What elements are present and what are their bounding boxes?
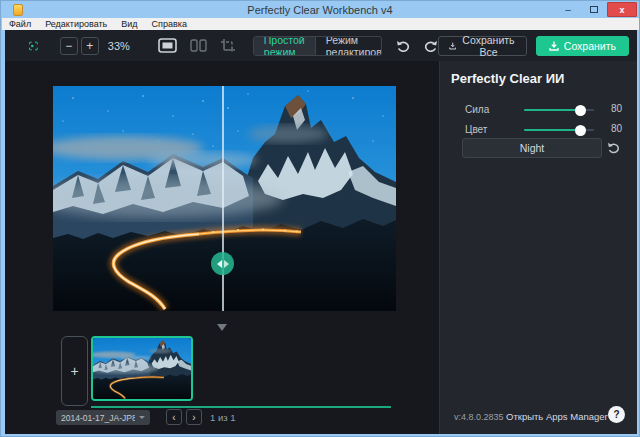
panel-title: Perfectly Clear ИИ [451,71,564,86]
photo-thumbnail[interactable] [91,336,193,401]
reset-icon[interactable] [607,141,621,155]
thumbnail-image [93,338,191,399]
panel-footer: v:4.8.0.2835 Открыть Apps Manager ? [440,402,638,434]
adjustments-panel: Perfectly Clear ИИ Сила 80 Цвет 80 Night [439,61,637,434]
version-label: v:4.8.0.2835 [454,412,504,422]
app-body: − + 33% Простой режим [5,30,637,434]
undo-redo [396,39,438,53]
crop-view-icon[interactable] [220,38,237,53]
split-view-icon[interactable] [190,39,207,52]
download-icon [449,41,456,51]
filmstrip-scroll-indicator [91,406,391,408]
photo-counter: 1 из 1 [210,412,236,423]
mountain-photo [53,86,396,311]
zoom-in-button[interactable]: + [81,37,99,55]
window-title: Perfectly Clear Workbench v4 [1,4,639,16]
toolbar: − + 33% Простой режим [5,30,637,61]
single-view-icon[interactable] [158,38,177,53]
save-label: Сохранить [564,40,616,52]
minimize-button[interactable]: – [555,2,581,17]
strength-slider[interactable] [524,109,594,111]
image-preview [53,86,396,311]
next-photo-button[interactable]: › [186,409,202,425]
before-after-divider[interactable] [222,86,224,311]
slider-fill [524,109,580,111]
maximize-icon [590,6,598,13]
zoom-level: 33% [108,40,130,52]
strength-label: Сила [465,104,489,115]
menu-help[interactable]: Справка [145,18,194,30]
chevron-down-icon [139,416,145,419]
slider-fill [524,129,580,131]
filename-dropdown[interactable]: 2014-01-17_JA-JP897… [56,410,150,425]
color-slider[interactable] [524,129,594,131]
main-area: + 2014-01-17_JA-JP897… ‹ › 1 из 1 [5,61,439,434]
color-slider-row: Цвет 80 [440,123,638,137]
menu-edit[interactable]: Редактировать [38,18,114,30]
fit-screen-icon[interactable] [29,38,38,54]
color-label: Цвет [465,124,487,135]
arrow-left-icon [217,260,222,268]
menubar: Файл Редактировать Вид Справка [2,18,640,30]
close-button[interactable]: x [607,2,637,17]
undo-icon[interactable] [396,39,411,53]
tab-simple-mode[interactable]: Простой режим [254,37,316,55]
mode-switcher: Простой режим Режим редактирования [253,36,382,56]
slider-thumb[interactable] [575,105,586,116]
redo-icon[interactable] [423,39,438,53]
apps-manager-link[interactable]: Открыть Apps Manager [506,411,608,422]
color-value: 80 [600,123,622,134]
before-after-handle[interactable] [211,252,234,275]
filename-label: 2014-01-17_JA-JP897… [61,413,135,423]
help-button[interactable]: ? [608,406,625,423]
zoom-controls: − + 33% [60,37,130,55]
save-all-label: Сохранить Все [461,34,516,58]
arrow-right-icon [224,260,229,268]
slider-thumb[interactable] [575,125,586,136]
titlebar: Perfectly Clear Workbench v4 – x [1,1,639,18]
menu-file[interactable]: Файл [2,18,38,30]
menu-view[interactable]: Вид [114,18,144,30]
save-button[interactable]: Сохранить [536,36,629,56]
strength-value: 80 [600,103,622,114]
app-window: Perfectly Clear Workbench v4 – x Файл Ре… [0,0,640,437]
collapse-filmstrip-icon[interactable] [217,324,227,331]
previous-photo-button[interactable]: ‹ [166,409,182,425]
tab-edit-mode[interactable]: Режим редактирования [316,37,382,55]
download-icon [549,41,559,51]
save-all-button[interactable]: Сохранить Все [438,36,527,56]
save-buttons: Сохранить Все Сохранить [438,36,629,56]
zoom-out-button[interactable]: − [60,37,78,55]
view-mode-buttons [158,38,237,53]
add-photo-button[interactable]: + [61,336,88,406]
preset-night-button[interactable]: Night [462,138,602,158]
maximize-button[interactable] [581,2,607,17]
window-controls: – x [555,2,637,17]
strength-slider-row: Сила 80 [440,103,638,117]
